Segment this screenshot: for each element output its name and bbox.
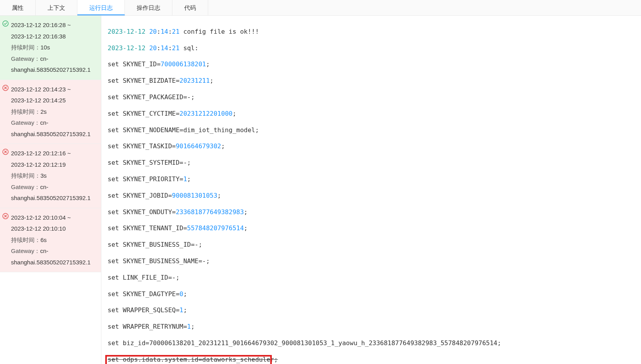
duration-value: 3s (40, 172, 47, 179)
log-line: set SKYNET_PRIORITY=1; (108, 175, 635, 184)
run-history-item[interactable]: 2023-12-12 20:10:04 ~ 2023-12-12 20:10:1… (0, 208, 101, 273)
run-start-time: 2023-12-12 20:16:28 (11, 22, 66, 28)
log-line: set SKYNET_ONDUTY=233681877649382983; (108, 208, 635, 217)
tab-bar: 属性 上下文 运行日志 操作日志 代码 (0, 0, 641, 16)
log-line: set SKYNET_PACKAGEID=-; (108, 93, 635, 102)
log-line: set SKYNET_NODENAME=dim_iot_thing_model; (108, 126, 635, 135)
log-line: set odps.idata.system.id=dataworks_sched… (108, 356, 635, 364)
run-history-item[interactable]: 2023-12-12 20:16:28 ~ 2023-12-12 20:16:3… (0, 16, 101, 80)
tab-operation-log[interactable]: 操作日志 (125, 0, 172, 15)
log-line: set SKYNET_SYSTEMID=-; (108, 159, 635, 167)
run-start-time: 2023-12-12 20:14:23 (11, 86, 66, 93)
duration-label: 持续时间： (11, 172, 40, 179)
log-line: set LINK_FILE_ID=-; (108, 274, 635, 282)
log-line: set SKYNET_BUSINESS_NAME=-; (108, 257, 635, 266)
error-icon (2, 149, 9, 155)
log-line: 2023-12-12 20:14:21 sql: (108, 44, 635, 53)
log-output[interactable]: 2023-12-12 20:14:21 config file is ok!!!… (101, 16, 641, 364)
tab-run-log[interactable]: 运行日志 (77, 0, 125, 15)
log-line: set WRAPPER_RETRYNUM=1; (108, 323, 635, 331)
tab-code[interactable]: 代码 (172, 0, 208, 15)
error-icon (2, 213, 9, 219)
run-end-time: 2023-12-12 20:14:25 (11, 95, 98, 106)
duration-label: 持续时间： (11, 44, 40, 51)
log-line: set SKYNET_BIZDATE=20231211; (108, 77, 635, 85)
duration-label: 持续时间： (11, 237, 40, 243)
svg-point-0 (3, 21, 8, 26)
duration-value: 10s (40, 44, 50, 51)
log-line: set SKYNET_CYCTIME=20231212201000; (108, 110, 635, 118)
log-line: set SKYNET_ID=700006138201; (108, 60, 635, 69)
run-start-time: 2023-12-12 20:10:04 (11, 214, 66, 221)
error-icon (2, 85, 9, 91)
log-line: set SKYNET_BUSINESS_ID=-; (108, 241, 635, 249)
run-end-time: 2023-12-12 20:12:19 (11, 159, 98, 171)
duration-value: 2s (40, 108, 47, 115)
log-line: set WRAPPER_SQLSEQ=1; (108, 306, 635, 315)
log-line: set SKYNET_TENANT_ID=557848207976514; (108, 224, 635, 233)
tab-attributes[interactable]: 属性 (0, 0, 36, 15)
run-end-time: 2023-12-12 20:16:38 (11, 31, 98, 42)
run-history-item[interactable]: 2023-12-12 20:14:23 ~ 2023-12-12 20:14:2… (0, 80, 101, 144)
gateway-label: Gateway： (11, 119, 40, 126)
gateway-label: Gateway： (11, 248, 40, 254)
log-line: set SKYNET_DAGTYPE=0; (108, 290, 635, 298)
gateway-label: Gateway： (11, 55, 40, 62)
run-start-time: 2023-12-12 20:12:16 (11, 150, 66, 157)
log-line: 2023-12-12 20:14:21 config file is ok!!! (108, 28, 635, 36)
success-icon (2, 20, 9, 27)
gateway-label: Gateway： (11, 184, 40, 190)
main-area: 2023-12-12 20:16:28 ~ 2023-12-12 20:16:3… (0, 16, 641, 364)
log-line: set SKYNET_JOBID=900081301053; (108, 192, 635, 200)
run-end-time: 2023-12-12 20:10:10 (11, 223, 98, 235)
tab-context[interactable]: 上下文 (36, 0, 77, 15)
run-history-item[interactable]: 2023-12-12 20:12:16 ~ 2023-12-12 20:12:1… (0, 144, 101, 208)
duration-label: 持续时间： (11, 108, 40, 115)
run-history-sidebar[interactable]: 2023-12-12 20:16:28 ~ 2023-12-12 20:16:3… (0, 16, 101, 364)
log-line: set SKYNET_TASKID=901664679302; (108, 142, 635, 151)
duration-value: 6s (40, 237, 47, 243)
log-line: set biz_id=700006138201_20231211_9016646… (108, 339, 635, 348)
